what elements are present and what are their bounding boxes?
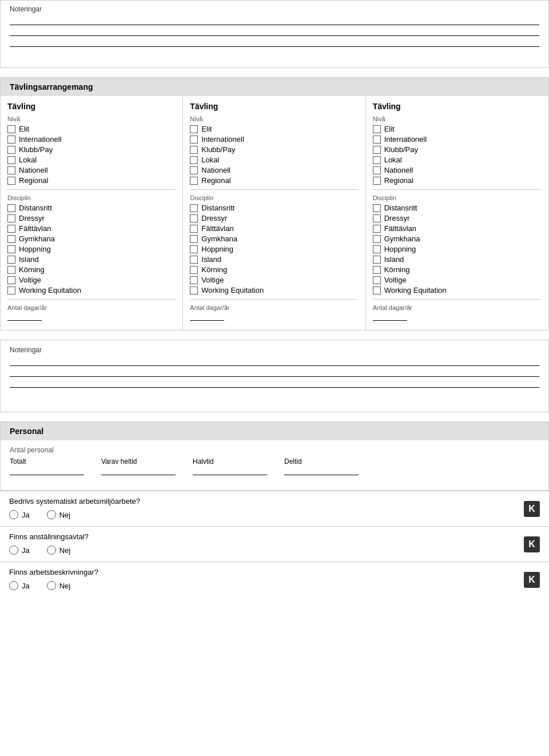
internationell-checkbox-3[interactable] — [373, 136, 381, 144]
regional-row-2[interactable]: Regional — [190, 176, 358, 185]
voltige-checkbox-1[interactable] — [7, 276, 15, 284]
falttavlan-checkbox-1[interactable] — [7, 225, 15, 233]
dressyr-checkbox-1[interactable] — [7, 214, 15, 222]
klubbpay-checkbox-1[interactable] — [7, 146, 15, 154]
dressyr-row-3[interactable]: Dressyr — [373, 214, 542, 222]
totalt-input-line[interactable] — [10, 475, 84, 475]
question-1-ja-radio[interactable] — [9, 510, 18, 519]
nationell-checkbox-3[interactable] — [373, 166, 381, 174]
korning-checkbox-2[interactable] — [190, 266, 198, 274]
halvtid-input-line[interactable] — [193, 475, 267, 475]
dressyr-checkbox-3[interactable] — [373, 214, 381, 222]
dressyr-checkbox-2[interactable] — [190, 214, 198, 222]
korning-row-3[interactable]: Körning — [373, 265, 542, 274]
internationell-checkbox-1[interactable] — [7, 136, 15, 144]
question-1-ja[interactable]: Ja — [9, 510, 30, 519]
deltid-input-line[interactable] — [284, 475, 359, 475]
question-1-nej-radio[interactable] — [47, 510, 56, 519]
distansritt-row-2[interactable]: Distansritt — [190, 204, 358, 212]
regional-checkbox-2[interactable] — [190, 177, 198, 185]
island-checkbox-1[interactable] — [7, 256, 15, 264]
hoppning-checkbox-3[interactable] — [373, 245, 381, 253]
distansritt-checkbox-1[interactable] — [7, 204, 15, 212]
hoppning-row-2[interactable]: Hoppning — [190, 245, 358, 253]
workingequitation-checkbox-2[interactable] — [190, 287, 198, 295]
voltige-row-3[interactable]: Voltige — [373, 276, 542, 284]
question-3-ja-radio[interactable] — [9, 581, 18, 590]
distansritt-row-3[interactable]: Distansritt — [373, 204, 542, 212]
island-row-3[interactable]: Island — [373, 255, 542, 264]
falttavlan-row-1[interactable]: Fälttävlan — [7, 224, 176, 233]
hoppning-row-1[interactable]: Hoppning — [7, 245, 176, 253]
internationell-checkbox-2[interactable] — [190, 136, 198, 144]
voltige-checkbox-3[interactable] — [373, 276, 381, 284]
distansritt-row-1[interactable]: Distansritt — [7, 204, 176, 212]
lokal-row-1[interactable]: Lokal — [7, 156, 176, 164]
nationell-row-2[interactable]: Nationell — [190, 166, 358, 174]
nationell-checkbox-1[interactable] — [7, 166, 15, 174]
lokal-checkbox-1[interactable] — [7, 156, 15, 164]
question-2-ja[interactable]: Ja — [9, 546, 30, 555]
island-checkbox-2[interactable] — [190, 256, 198, 264]
voltige-row-1[interactable]: Voltige — [7, 276, 176, 284]
workingequitation-row-1[interactable]: Working Equitation — [7, 286, 176, 295]
workingequitation-checkbox-1[interactable] — [7, 287, 15, 295]
nationell-row-3[interactable]: Nationell — [373, 166, 542, 174]
regional-row-1[interactable]: Regional — [7, 176, 176, 185]
question-3-nej[interactable]: Nej — [47, 581, 71, 590]
lokal-row-3[interactable]: Lokal — [373, 156, 542, 164]
question-2-ja-radio[interactable] — [9, 546, 18, 555]
klubbpay-row-1[interactable]: Klubb/Pay — [7, 145, 176, 154]
hoppning-checkbox-2[interactable] — [190, 245, 198, 253]
distansritt-checkbox-2[interactable] — [190, 204, 198, 212]
gymkhana-checkbox-1[interactable] — [7, 235, 15, 243]
falttavlan-checkbox-3[interactable] — [373, 225, 381, 233]
lokal-checkbox-2[interactable] — [190, 156, 198, 164]
workingequitation-checkbox-3[interactable] — [373, 287, 381, 295]
workingequitation-row-2[interactable]: Working Equitation — [190, 286, 358, 295]
dressyr-row-1[interactable]: Dressyr — [7, 214, 176, 222]
dressyr-row-2[interactable]: Dressyr — [190, 214, 358, 222]
hoppning-checkbox-1[interactable] — [7, 245, 15, 253]
voltige-checkbox-2[interactable] — [190, 276, 198, 284]
elit-checkbox-3[interactable] — [373, 125, 381, 133]
island-row-1[interactable]: Island — [7, 255, 176, 264]
varav-heltid-input-line[interactable] — [101, 475, 176, 475]
klubbpay-checkbox-3[interactable] — [373, 146, 381, 154]
elit-row-2[interactable]: Elit — [190, 125, 358, 133]
internationell-row-3[interactable]: Internationell — [373, 135, 542, 144]
regional-row-3[interactable]: Regional — [373, 176, 542, 185]
workingequitation-row-3[interactable]: Working Equitation — [373, 286, 542, 295]
gymkhana-row-1[interactable]: Gymkhana — [7, 234, 176, 243]
elit-row-3[interactable]: Elit — [373, 125, 542, 133]
voltige-row-2[interactable]: Voltige — [190, 276, 358, 284]
korning-row-1[interactable]: Körning — [7, 265, 176, 274]
lokal-checkbox-3[interactable] — [373, 156, 381, 164]
island-checkbox-3[interactable] — [373, 256, 381, 264]
antal-input-line-2[interactable] — [190, 320, 224, 321]
korning-row-2[interactable]: Körning — [190, 265, 358, 274]
gymkhana-row-3[interactable]: Gymkhana — [373, 234, 542, 243]
regional-checkbox-3[interactable] — [373, 177, 381, 185]
question-2-nej[interactable]: Nej — [47, 546, 71, 555]
gymkhana-row-2[interactable]: Gymkhana — [190, 234, 358, 243]
nationell-row-1[interactable]: Nationell — [7, 166, 176, 174]
antal-input-line-3[interactable] — [373, 320, 407, 321]
lokal-row-2[interactable]: Lokal — [190, 156, 358, 164]
internationell-row-1[interactable]: Internationell — [7, 135, 176, 144]
regional-checkbox-1[interactable] — [7, 177, 15, 185]
question-2-nej-radio[interactable] — [47, 546, 56, 555]
klubbpay-row-2[interactable]: Klubb/Pay — [190, 145, 358, 154]
klubbpay-checkbox-2[interactable] — [190, 146, 198, 154]
korning-checkbox-3[interactable] — [373, 266, 381, 274]
gymkhana-checkbox-3[interactable] — [373, 235, 381, 243]
question-3-nej-radio[interactable] — [47, 581, 56, 590]
nationell-checkbox-2[interactable] — [190, 166, 198, 174]
hoppning-row-3[interactable]: Hoppning — [373, 245, 542, 253]
gymkhana-checkbox-2[interactable] — [190, 235, 198, 243]
falttavlan-row-3[interactable]: Fälttävlan — [373, 224, 542, 233]
elit-row-1[interactable]: Elit — [7, 125, 176, 133]
falttavlan-checkbox-2[interactable] — [190, 225, 198, 233]
distansritt-checkbox-3[interactable] — [373, 204, 381, 212]
antal-input-line-1[interactable] — [7, 320, 42, 321]
